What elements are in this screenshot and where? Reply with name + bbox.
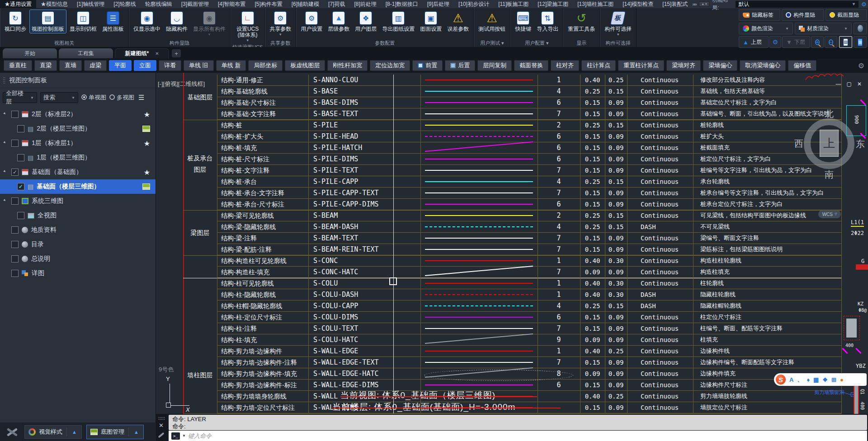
menu-tab[interactable]: [12]梁施工图: [533, 0, 573, 8]
menu-tab[interactable]: 轮廓线编辑: [141, 0, 177, 8]
element-visibility-button[interactable]: 构件显隐: [782, 9, 824, 21]
tree-item[interactable]: ▸✓基础面（基础面）★: [0, 165, 156, 179]
checkbox[interactable]: [17, 154, 24, 161]
tree-item[interactable]: ▸总说明: [0, 252, 156, 266]
color-render-button[interactable]: 颜色渲染▼: [739, 23, 793, 34]
toolstrip-单线 新[interactable]: 单线 新: [216, 60, 246, 71]
star-icon[interactable]: ★: [144, 139, 150, 148]
ribbon-button[interactable]: ◫显示剖切框: [67, 9, 99, 33]
zoom-out-button[interactable]: −: [825, 36, 837, 48]
zoom-in-button[interactable]: +: [811, 36, 824, 48]
thumbnail-icon[interactable]: [142, 126, 150, 132]
tree-item[interactable]: ▸2层（标准层2）★: [0, 107, 156, 122]
checkbox[interactable]: ✓: [11, 169, 19, 176]
toolstrip-平面[interactable]: 平面: [109, 60, 132, 71]
menu-tab[interactable]: [2]轮廓线: [109, 0, 140, 8]
checkbox[interactable]: [11, 241, 19, 248]
document-tab[interactable]: 开始: [3, 48, 57, 58]
tree-item[interactable]: ▸1层（标准层1）★: [0, 136, 156, 150]
ribbon-button[interactable]: ▤视图控制面板: [29, 9, 66, 33]
cad-viewport[interactable]: [-][俯视][二维线框] — ▢ ✕ 结构-通用-修正S-ANNO-CLOU1…: [156, 73, 868, 414]
gear-icon[interactable]: ⚙: [861, 1, 867, 8]
menu-tab[interactable]: ★模型信息: [36, 0, 72, 8]
toolstrip-局部坐标[interactable]: 局部坐标: [248, 60, 283, 71]
checkbox[interactable]: [11, 197, 19, 205]
menu-tab[interactable]: [8]前处理: [349, 0, 381, 8]
lower-floor-button[interactable]: ▼下层: [782, 36, 810, 48]
restore-icon[interactable]: ▢: [847, 81, 852, 87]
chevron-down-icon[interactable]: ▼: [182, 434, 186, 438]
skin-icon[interactable]: ❖: [822, 376, 828, 383]
panel-doc-button[interactable]: ▥: [854, 36, 867, 48]
checkbox[interactable]: [11, 226, 19, 234]
ime-punct-icon[interactable]: 、: [797, 375, 803, 384]
ribbon-button[interactable]: ❖用户图层: [353, 9, 379, 33]
expander-icon[interactable]: ▸: [3, 140, 9, 146]
close-icon[interactable]: ✕: [857, 81, 862, 87]
base-map-button[interactable]: 底图管理 ▲: [87, 425, 143, 439]
toolstrip-前置[interactable]: 前置: [412, 60, 443, 71]
toolstrip-梁墙偏心[interactable]: 梁墙偏心: [703, 60, 737, 71]
toolstrip-直墙[interactable]: 直墙: [59, 60, 82, 71]
star-icon[interactable]: ★: [144, 168, 150, 177]
hamburger-icon[interactable]: ☰: [138, 94, 145, 102]
up-arrow-icon[interactable]: ▲: [70, 429, 79, 435]
compass-north[interactable]: 北: [825, 108, 834, 120]
tools-icon[interactable]: [4, 425, 20, 439]
toolstrip-垂直柱[interactable]: 垂直柱: [4, 60, 32, 71]
compass-south[interactable]: 南: [825, 169, 834, 181]
star-icon[interactable]: ★: [144, 110, 150, 119]
ribbon-button[interactable]: ◡隐藏构件: [164, 9, 190, 33]
single-view-radio[interactable]: 单视图: [81, 94, 106, 102]
chevron-down-icon[interactable]: ▼: [278, 33, 282, 37]
microphone-icon[interactable]: ♦: [807, 376, 810, 383]
input-method-bar[interactable]: S A 、 ♦ ▦ ❖ ⊞ ●: [774, 373, 867, 386]
sogou-logo-icon[interactable]: S: [776, 375, 786, 385]
chevron-down-icon[interactable]: ▼: [852, 2, 856, 6]
chevron-down-icon[interactable]: ▼: [616, 33, 620, 37]
toolstrip-偏移值[interactable]: 偏移值: [788, 60, 816, 71]
ribbon-button[interactable]: ⌨快捷键: [513, 9, 533, 33]
ribbon-button[interactable]: ↺重置工具条: [566, 9, 597, 33]
drag-handle-icon[interactable]: [3, 77, 5, 84]
menu-tab[interactable]: [4]智能布置: [213, 0, 250, 8]
menu-tab[interactable]: [13]墙柱施工图: [573, 0, 618, 8]
checkbox[interactable]: [11, 270, 19, 277]
command-input[interactable]: 键入命令: [188, 432, 212, 440]
toolstrip-立面[interactable]: 立面: [134, 60, 156, 71]
tree-item[interactable]: 全视图: [0, 208, 156, 223]
document-tab[interactable]: 新建图纸*✕: [115, 48, 169, 58]
toolstrip-截面替换[interactable]: 截面替换: [514, 60, 548, 71]
tree-item[interactable]: ▸目录: [0, 237, 156, 252]
panel-tree-button[interactable]: ▤: [839, 36, 852, 48]
menu-tab[interactable]: [7]荷载: [324, 0, 349, 8]
toolstrip-直梁[interactable]: 直梁: [34, 60, 57, 71]
ribbon-button[interactable]: ⚠测试用按钮: [476, 9, 508, 33]
compass-west[interactable]: 西: [794, 138, 803, 150]
close-icon[interactable]: ✕: [159, 422, 164, 429]
chevron-down-icon[interactable]: ▼: [246, 38, 250, 42]
tree-item[interactable]: ▤2层（楼层三维图）: [0, 122, 156, 136]
menu-collapse-icon[interactable]: ▲ ▾: [699, 1, 710, 7]
menu-overflow-icon[interactable]: »»: [692, 1, 696, 7]
thumbnail-icon[interactable]: [142, 183, 150, 190]
tree-item[interactable]: ✓▤基础面（楼层三维图）: [0, 179, 156, 194]
compass-east[interactable]: 东: [856, 138, 865, 150]
material-render-button[interactable]: 材质渲染▼: [795, 23, 852, 34]
expander-icon[interactable]: ▸: [3, 169, 9, 175]
render-sphere-button[interactable]: [854, 23, 867, 34]
ribbon-button[interactable]: ◉仅显示选中: [131, 9, 163, 33]
menu-tab[interactable]: [8-1]数据接口: [381, 0, 423, 8]
multi-view-radio[interactable]: 多视图: [109, 94, 134, 102]
toolstrip-柱对齐[interactable]: 柱对齐: [551, 60, 579, 71]
ribbon-button[interactable]: ↻视口同步: [2, 9, 28, 33]
toolstrip-定位边加宽[interactable]: 定位边加宽: [370, 60, 410, 71]
menu-tab[interactable]: ★通用设置: [0, 0, 36, 8]
tree-item[interactable]: ▸地质资料: [0, 223, 156, 237]
menu-tab[interactable]: [6]辅助建模: [287, 0, 324, 8]
expander-icon[interactable]: ▸: [3, 111, 9, 117]
ribbon-button[interactable]: ◉显示所有构件▼: [191, 9, 228, 38]
toolstrip-板虚线图层[interactable]: 板虚线图层: [285, 60, 325, 71]
ribbon-button[interactable]: ☰属性面板: [100, 9, 126, 33]
ribbon-button[interactable]: ∟设置UCS (随体系)▼: [234, 9, 261, 44]
